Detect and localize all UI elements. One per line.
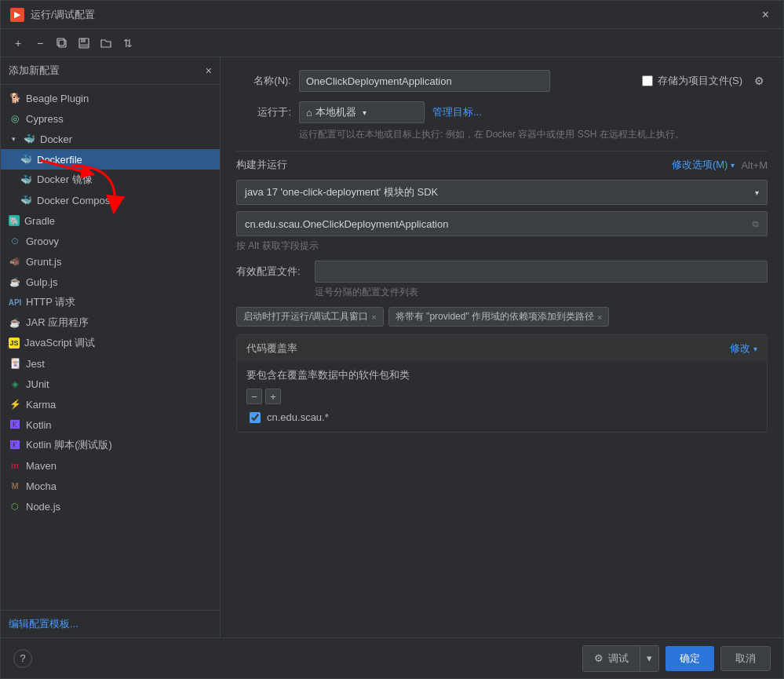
chevron-down-icon: ▾ — [755, 188, 759, 197]
tag-provided-close-button[interactable]: × — [597, 312, 602, 322]
config-tree: 🐕 Beagle Plugin ◎ Cypress ▾ 🐳 Docker 🐳 — [1, 85, 220, 610]
bottom-bar: ? ⚙ 调试 ▾ 确定 取消 — [1, 637, 783, 678]
save-config-button[interactable] — [75, 34, 93, 53]
coverage-section: 代码覆盖率 修改 ▾ 要包含在覆盖率数据中的软件包和类 − + cn.edu.s… — [236, 334, 768, 433]
coverage-body: 要包含在覆盖率数据中的软件包和类 − + cn.edu.scau.* — [237, 362, 767, 432]
sidebar-item-docker[interactable]: ▾ 🐳 Docker — [1, 129, 220, 149]
svg-rect-4 — [80, 44, 88, 47]
run-on-row: 运行于: ⌂ 本地机器 ▾ 管理目标... — [236, 101, 768, 123]
coverage-toolbar: − + — [246, 389, 757, 404]
sidebar-item-jest[interactable]: 🃏 Jest — [1, 353, 220, 374]
docker-expand-arrow: ▾ — [9, 134, 18, 144]
tag-provided-label: 将带有 "provided" 作用域的依赖项添加到类路径 — [396, 310, 594, 323]
left-panel-close-button[interactable]: × — [206, 64, 212, 77]
coverage-item-checkbox[interactable] — [250, 412, 261, 423]
sidebar-item-label: Docker — [40, 133, 212, 145]
debug-dropdown-button[interactable]: ▾ — [640, 646, 658, 671]
sidebar-item-label: Beagle Plugin — [26, 93, 212, 104]
sidebar-item-gulpjs[interactable]: ☕ Gulp.js — [1, 272, 220, 292]
sidebar-item-maven[interactable]: m Maven — [1, 455, 220, 476]
modify-shortcut: Alt+M — [741, 159, 768, 171]
docker-image-icon: 🐳 — [20, 173, 32, 186]
chevron-down-icon: ▾ — [731, 161, 735, 170]
home-icon: ⌂ — [306, 107, 312, 119]
main-content: 添加新配置 × — [1, 57, 783, 637]
debug-label: 调试 — [608, 652, 629, 666]
edit-template-link[interactable]: 编辑配置模板... — [1, 610, 220, 637]
sidebar-item-mocha[interactable]: M Mocha — [1, 476, 220, 496]
sidebar-item-beagle-plugin[interactable]: 🐕 Beagle Plugin — [1, 88, 220, 108]
sdk-value: java 17 'one-click-deployment' 模块的 SDK — [245, 185, 438, 199]
dialog-close-button[interactable]: × — [757, 7, 774, 23]
sidebar-item-http-request[interactable]: API HTTP 请求 — [1, 292, 220, 312]
chevron-down-icon: ▾ — [363, 108, 366, 117]
save-as-file-label: 存储为项目文件(S) — [658, 74, 742, 88]
coverage-hint-text: 要包含在覆盖率数据中的软件包和类 — [246, 368, 757, 382]
sidebar-item-gradle[interactable]: 🐘 Gradle — [1, 210, 220, 231]
run-on-label: 运行于: — [236, 105, 291, 119]
karma-icon: ⚡ — [9, 398, 21, 411]
sidebar-item-groovy[interactable]: ⊙ Groovy — [1, 231, 220, 251]
main-class-field[interactable]: cn.edu.scau.OneClickDeploymentApplicatio… — [236, 211, 768, 236]
sidebar-item-label: JAR 应用程序 — [26, 316, 212, 330]
add-config-button[interactable]: + — [9, 34, 27, 53]
manage-targets-link[interactable]: 管理目标... — [432, 105, 482, 119]
save-options-gear-button[interactable]: ⚙ — [750, 72, 768, 89]
sidebar-item-label: HTTP 请求 — [26, 295, 212, 309]
title-bar: ▶ 运行/调试配置 × — [1, 1, 783, 29]
config-file-label: 有效配置文件: — [236, 265, 307, 279]
coverage-remove-button[interactable]: − — [246, 389, 262, 404]
alt-hint-text: 按 Alt 获取字段提示 — [236, 239, 768, 253]
name-input[interactable] — [299, 70, 550, 92]
sidebar-item-label: Node.js — [26, 501, 212, 513]
sidebar-item-gruntjs[interactable]: 🐗 Grunt.js — [1, 251, 220, 272]
sidebar-item-label: JavaScript 调试 — [24, 336, 212, 350]
sidebar-item-label: Docker Compose — [37, 195, 212, 206]
confirm-button[interactable]: 确定 — [665, 646, 714, 671]
sidebar-item-label: Groovy — [26, 235, 212, 247]
kotlin-icon: 🅺 — [9, 418, 21, 431]
sidebar-item-label: Cypress — [26, 113, 212, 125]
config-file-row: 有效配置文件: — [236, 261, 768, 283]
config-file-input[interactable] — [315, 261, 768, 283]
sidebar-item-cypress[interactable]: ◎ Cypress — [1, 108, 220, 129]
sdk-dropdown[interactable]: java 17 'one-click-deployment' 模块的 SDK ▾ — [236, 180, 768, 205]
help-button[interactable]: ? — [13, 649, 32, 668]
bottom-right: ⚙ 调试 ▾ 确定 取消 — [582, 645, 771, 672]
tag-startup-close-button[interactable]: × — [371, 312, 376, 322]
main-class-value: cn.edu.scau.OneClickDeploymentApplicatio… — [245, 218, 448, 230]
sidebar-item-jar-app[interactable]: ☕ JAR 应用程序 — [1, 312, 220, 333]
left-panel-header: 添加新配置 × — [1, 57, 220, 85]
folder-button[interactable] — [97, 34, 115, 53]
sidebar-item-dockerfile[interactable]: 🐳 Dockerfile — [1, 149, 220, 170]
sort-button[interactable]: ⇅ — [119, 34, 137, 53]
coverage-add-button[interactable]: + — [265, 389, 281, 404]
debug-button[interactable]: ⚙ 调试 — [583, 646, 640, 671]
save-as-file-checkbox[interactable] — [642, 75, 653, 86]
sidebar-item-karma[interactable]: ⚡ Karma — [1, 394, 220, 414]
cancel-button[interactable]: 取消 — [720, 646, 771, 671]
sidebar-item-js-debug[interactable]: JS JavaScript 调试 — [1, 333, 220, 353]
run-on-select[interactable]: ⌂ 本地机器 ▾ — [299, 101, 425, 123]
bottom-left: ? — [13, 649, 32, 668]
mocha-icon: M — [9, 480, 21, 492]
app-icon: ▶ — [10, 8, 24, 22]
sidebar-item-label: Jest — [26, 358, 212, 370]
coverage-modify-button[interactable]: 修改 ▾ — [730, 341, 757, 356]
sidebar-item-kotlin-script[interactable]: 🅺 Kotlin 脚本(测试版) — [1, 435, 220, 455]
beagle-icon: 🐕 — [9, 92, 21, 104]
sidebar-item-label: Maven — [26, 460, 212, 472]
sidebar-item-nodejs[interactable]: ⬡ Node.js — [1, 496, 220, 517]
sidebar-item-docker-compose[interactable]: 🐳 Docker Compose — [1, 190, 220, 210]
sidebar-item-kotlin[interactable]: 🅺 Kotlin — [1, 414, 220, 435]
remove-config-button[interactable]: − — [31, 34, 49, 53]
jar-icon: ☕ — [9, 316, 21, 329]
sidebar-item-label: Kotlin — [26, 419, 212, 431]
sidebar-item-junit[interactable]: ◈ JUnit — [1, 374, 220, 394]
left-panel-title: 添加新配置 — [9, 64, 60, 78]
gradle-icon: 🐘 — [9, 215, 20, 226]
copy-config-button[interactable] — [53, 34, 71, 53]
copy-icon: ⧉ — [753, 219, 759, 229]
sidebar-item-docker-image[interactable]: 🐳 Docker 镜像 — [1, 170, 220, 190]
modify-options-button[interactable]: 修改选项(M) ▾ Alt+M — [672, 158, 768, 172]
